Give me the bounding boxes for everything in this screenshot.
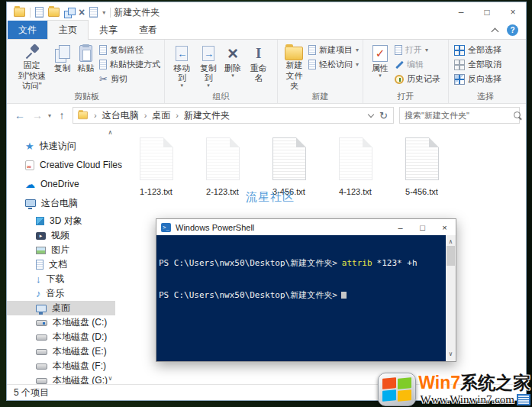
powershell-titlebar[interactable]: >_ Windows PowerShell – □ ×	[156, 219, 456, 235]
history-icon	[395, 75, 404, 84]
pin-to-quick-access-button[interactable]: 固定到"快速访问"	[13, 42, 50, 92]
file-item[interactable]: 3-456.txt	[256, 137, 322, 196]
forward-button[interactable]: →	[31, 109, 44, 121]
sidebar-item-label: 本地磁盘 (E:)	[53, 345, 107, 358]
new-item-icon	[308, 45, 316, 55]
sidebar-scrollbar[interactable]: ∧ ∨	[105, 127, 115, 384]
easy-access-button[interactable]: 轻松访问 ▾	[308, 59, 359, 70]
sidebar-item-drive-g[interactable]: 本地磁盘 (G:)	[7, 373, 115, 384]
paste-shortcut-button[interactable]: 粘贴快捷方式	[99, 59, 160, 70]
search-input[interactable]	[405, 111, 513, 120]
cut-button[interactable]: ✂ 剪切	[99, 73, 160, 85]
invert-selection-button[interactable]: 反向选择	[454, 73, 501, 85]
new-folder-icon[interactable]	[48, 8, 60, 17]
sidebar-item-drive-d[interactable]: 本地磁盘 (D:)	[7, 330, 115, 344]
sidebar-item-label: 桌面	[52, 302, 70, 315]
sidebar-item-drive-f[interactable]: 本地磁盘 (F:)	[7, 359, 115, 373]
breadcrumb-desktop[interactable]: 桌面	[152, 109, 170, 122]
scroll-down-icon[interactable]: ∨	[449, 349, 453, 360]
tab-home[interactable]: 主页	[47, 20, 89, 40]
copy-button[interactable]: 复制	[50, 42, 74, 92]
group-label: 组织	[165, 91, 277, 102]
edit-button[interactable]: 编辑	[395, 59, 440, 70]
tab-share[interactable]: 共享	[89, 21, 128, 39]
sidebar-item-3d-objects[interactable]: 3D 对象	[7, 214, 115, 228]
tab-file[interactable]: 文件	[8, 21, 47, 39]
search-box	[399, 107, 520, 124]
file-item[interactable]: 5-456.txt	[389, 137, 455, 196]
maximize-button[interactable]: □	[411, 219, 434, 235]
sidebar-item-quick-access[interactable]: ★ 快速访问	[7, 137, 115, 154]
sidebar-item-this-pc[interactable]: 这台电脑	[7, 195, 115, 212]
text-file-icon	[206, 137, 240, 180]
paste-button[interactable]: 粘贴	[74, 42, 98, 92]
new-folder-icon	[285, 47, 303, 60]
sidebar-item-desktop[interactable]: 桌面	[7, 301, 115, 315]
sidebar-item-label: 文档	[49, 258, 67, 271]
minimize-button[interactable]: –	[448, 2, 474, 22]
sidebar-item-drive-c[interactable]: 本地磁盘 (C:)	[7, 315, 115, 330]
sidebar-item-creative-cloud[interactable]: ∞ Creative Cloud Files	[7, 157, 115, 173]
open-button[interactable]: 打开 ▾	[395, 44, 440, 56]
file-name: 2-123.txt	[206, 187, 239, 196]
powershell-console[interactable]: PS C:\Users\nwx50\Desktop\新建文件夹>attrib*1…	[156, 235, 456, 361]
copy-icon[interactable]	[89, 7, 98, 18]
new-folder-button[interactable]: 新建文件夹	[282, 42, 307, 92]
copy-path-button[interactable]: 复制路径	[99, 44, 160, 56]
collapse-ribbon-icon[interactable]	[492, 27, 499, 35]
up-button[interactable]: ↑	[55, 109, 69, 121]
view-icon[interactable]	[64, 8, 74, 18]
breadcrumb-this-pc[interactable]: 这台电脑	[102, 109, 139, 122]
sidebar-item-documents[interactable]: 文档	[7, 257, 115, 272]
console-line: PS C:\Users\nwx50\Desktop\新建文件夹>attrib*1…	[159, 258, 443, 269]
properties-button[interactable]: ✓ 属性 ▾	[367, 42, 393, 92]
qat-dropdown-icon[interactable]: ▾	[102, 9, 105, 16]
select-none-button[interactable]: 全部取消	[454, 59, 501, 70]
copy-to-button[interactable]: 复制到 ▾	[195, 42, 222, 92]
rename-button[interactable]: I 重命名	[243, 42, 273, 92]
search-icon[interactable]	[513, 111, 523, 121]
history-button[interactable]: 历史记录	[395, 73, 440, 85]
scroll-up-icon[interactable]: ∧	[108, 129, 113, 136]
back-button[interactable]: ←	[13, 109, 27, 121]
address-dropdown-icon[interactable]	[368, 111, 374, 117]
maximize-button[interactable]: □	[474, 2, 500, 22]
recent-locations-icon[interactable]: ▾	[48, 112, 51, 119]
prompt-text: PS C:\Users\nwx50\Desktop\新建文件夹>	[159, 290, 337, 300]
button-label: 复制	[54, 63, 71, 73]
sidebar-item-videos[interactable]: ▸ 视频	[7, 228, 115, 243]
new-item-button[interactable]: 新建项目 ▾	[308, 44, 359, 56]
close-button[interactable]: ×	[434, 219, 456, 235]
minimize-button[interactable]: –	[389, 219, 411, 235]
select-all-button[interactable]: 全部选择	[454, 44, 501, 56]
address-bar[interactable]: › 这台电脑 › 桌面 › 新建文件夹 ↻	[73, 107, 394, 124]
console-scrollbar[interactable]: ∧ ∨	[446, 235, 456, 361]
sidebar-item-onedrive[interactable]: ☁ OneDrive	[7, 176, 115, 192]
sidebar-item-label: 音乐	[47, 287, 65, 300]
sidebar-item-drive-e[interactable]: 本地磁盘 (E:)	[7, 344, 115, 359]
move-to-button[interactable]: 移动到 ▾	[169, 42, 195, 92]
file-item[interactable]: 4-123.txt	[322, 137, 389, 196]
file-item[interactable]: 2-123.txt	[189, 137, 256, 196]
sidebar-item-label: 快速访问	[40, 140, 76, 153]
sidebar-item-label: 3D 对象	[50, 215, 82, 228]
folder-icon	[78, 111, 88, 119]
sidebar-item-pictures[interactable]: 图片	[7, 243, 115, 257]
select-none-icon	[454, 60, 465, 70]
properties-icon[interactable]	[35, 7, 44, 18]
delete-button[interactable]: × 删除 ▾	[221, 42, 243, 92]
scrollbar-thumb[interactable]	[447, 246, 455, 266]
breadcrumb-current-folder[interactable]: 新建文件夹	[184, 109, 230, 122]
help-icon[interactable]: ?	[507, 24, 518, 36]
sidebar-item-downloads[interactable]: ↓ 下载	[7, 272, 115, 286]
tab-view[interactable]: 查看	[128, 21, 168, 39]
sidebar-item-music[interactable]: ♪ 音乐	[7, 286, 115, 301]
dropdown-arrow-icon: ▾	[356, 47, 359, 53]
window-title: 新建文件夹	[114, 6, 160, 19]
sidebar-item-label: 本地磁盘 (D:)	[53, 331, 107, 344]
file-item[interactable]: 1-123.txt	[123, 137, 189, 196]
refresh-icon[interactable]: ↻	[379, 110, 388, 121]
close-button[interactable]: ×	[500, 2, 526, 22]
scroll-down-icon[interactable]: ∨	[108, 375, 113, 382]
delete-icon[interactable]: ×	[79, 7, 85, 18]
